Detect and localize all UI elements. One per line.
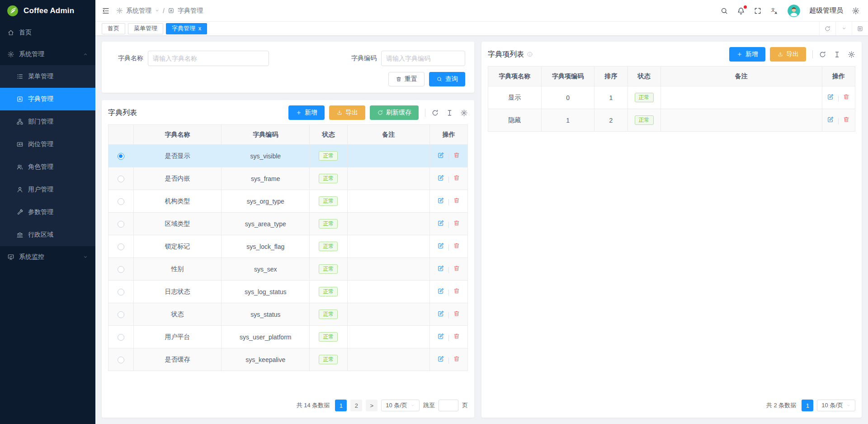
- page-size-select[interactable]: 10 条/页: [381, 400, 420, 411]
- delete-icon[interactable]: [453, 355, 460, 362]
- fullscreen-icon[interactable]: [754, 7, 762, 15]
- row-radio[interactable]: [118, 221, 124, 228]
- refresh-page-button[interactable]: [819, 22, 835, 35]
- dict-table-row[interactable]: 日志状态sys_log_status正常: [108, 281, 468, 303]
- row-radio[interactable]: [118, 198, 124, 205]
- reset-button[interactable]: 重置: [388, 72, 425, 86]
- sidebar-subitem[interactable]: 角色管理: [0, 156, 95, 178]
- notification-bell-icon[interactable]: [737, 7, 745, 15]
- item-table-row[interactable]: 隐藏12正常: [488, 109, 855, 132]
- breadcrumb-section[interactable]: 系统管理: [126, 7, 151, 15]
- dict-table-row[interactable]: 用户平台sys_user_platform正常: [108, 326, 468, 348]
- item-table-row[interactable]: 显示01正常: [488, 86, 855, 109]
- page-button[interactable]: 1: [335, 400, 347, 411]
- sidebar-item-monitor[interactable]: 系统监控: [0, 246, 95, 268]
- info-icon[interactable]: [527, 51, 533, 57]
- add-item-button[interactable]: 新增: [729, 47, 765, 62]
- export-item-button[interactable]: 导出: [770, 47, 806, 62]
- edit-icon[interactable]: [437, 174, 444, 181]
- sidebar-subitem[interactable]: 菜单管理: [0, 65, 95, 88]
- delete-icon[interactable]: [453, 265, 460, 272]
- edit-icon[interactable]: [437, 152, 444, 159]
- edit-icon[interactable]: [437, 310, 444, 317]
- edit-icon[interactable]: [827, 116, 834, 123]
- refresh-table-icon[interactable]: [431, 109, 439, 117]
- export-dict-button[interactable]: 导出: [329, 105, 365, 120]
- page-button[interactable]: 2: [350, 400, 362, 411]
- dict-table-row[interactable]: 是否缓存sys_keepalive正常: [108, 348, 468, 371]
- edit-icon[interactable]: [437, 242, 444, 249]
- add-dict-button[interactable]: 新增: [288, 105, 325, 120]
- delete-icon[interactable]: [453, 333, 460, 340]
- row-radio[interactable]: [118, 176, 124, 182]
- dict-table-row[interactable]: 机构类型sys_org_type正常: [108, 190, 468, 213]
- edit-icon[interactable]: [437, 197, 444, 204]
- row-density-icon[interactable]: [446, 109, 453, 117]
- dict-name-input[interactable]: [148, 51, 269, 66]
- dict-table-row[interactable]: 锁定标记sys_lock_flag正常: [108, 235, 468, 258]
- delete-icon[interactable]: [453, 242, 460, 249]
- sidebar-subitem[interactable]: 行政区域: [0, 224, 95, 246]
- column-settings-icon[interactable]: [460, 109, 468, 117]
- sidebar-subitem[interactable]: 参数管理: [0, 201, 95, 224]
- sidebar-item-system[interactable]: 系统管理: [0, 43, 95, 65]
- row-radio[interactable]: [118, 153, 124, 160]
- row-radio[interactable]: [118, 334, 124, 341]
- page-size-select[interactable]: 10 条/页: [817, 400, 855, 411]
- delete-icon[interactable]: [453, 152, 460, 159]
- delete-icon[interactable]: [843, 93, 850, 100]
- sidebar-subitem[interactable]: 部门管理: [0, 110, 95, 133]
- sidebar-item-home[interactable]: 首页: [0, 22, 95, 43]
- sidebar-collapse-icon[interactable]: [102, 7, 110, 15]
- avatar[interactable]: [787, 4, 801, 18]
- row-density-icon[interactable]: [833, 51, 841, 58]
- row-radio[interactable]: [118, 266, 124, 273]
- delete-icon[interactable]: [453, 310, 460, 317]
- tab-options-button[interactable]: [835, 22, 852, 35]
- delete-icon[interactable]: [453, 197, 460, 204]
- edit-icon[interactable]: [437, 355, 444, 362]
- edit-icon[interactable]: [827, 93, 834, 100]
- next-page-button[interactable]: >: [366, 400, 377, 411]
- column-settings-icon[interactable]: [848, 51, 855, 58]
- refresh-cache-button[interactable]: 刷新缓存: [370, 105, 419, 120]
- user-name[interactable]: 超级管理员: [809, 6, 843, 15]
- dict-table-row[interactable]: 是否显示sys_visible正常: [108, 145, 468, 167]
- row-radio[interactable]: [118, 243, 124, 250]
- sidebar-subitem[interactable]: 字典管理: [0, 88, 95, 110]
- dict-table-row[interactable]: 状态sys_status正常: [108, 303, 468, 326]
- jump-page-input[interactable]: [439, 400, 458, 411]
- edit-icon[interactable]: [437, 265, 444, 272]
- delete-icon[interactable]: [453, 174, 460, 181]
- delete-icon[interactable]: [453, 219, 460, 227]
- row-radio[interactable]: [118, 289, 124, 295]
- refresh-table-icon[interactable]: [819, 51, 826, 58]
- translate-icon[interactable]: 文A: [770, 7, 778, 15]
- tab-item[interactable]: 首页: [102, 23, 125, 34]
- edit-icon[interactable]: [437, 287, 444, 295]
- dict-actions-cell: [430, 213, 468, 235]
- settings-gear-icon[interactable]: [852, 7, 860, 15]
- app-logo[interactable]: Coffee Admin: [0, 0, 95, 22]
- tab-item[interactable]: 菜单管理: [128, 23, 163, 34]
- edit-icon[interactable]: [437, 219, 444, 227]
- sidebar-subitem[interactable]: 用户管理: [0, 178, 95, 201]
- dict-table-row[interactable]: 性别sys_sex正常: [108, 258, 468, 281]
- search-icon[interactable]: [720, 7, 728, 15]
- content-fullscreen-button[interactable]: [852, 22, 868, 35]
- topbar: 系统管理 / 字典管理 文A 超级管理员: [95, 0, 868, 22]
- status-badge: 正常: [319, 151, 338, 161]
- dict-code-input[interactable]: [381, 51, 465, 66]
- row-radio[interactable]: [118, 311, 124, 318]
- close-icon[interactable]: x: [198, 26, 201, 31]
- delete-icon[interactable]: [453, 287, 460, 295]
- dict-table-row[interactable]: 区域类型sys_area_type正常: [108, 213, 468, 235]
- row-radio[interactable]: [118, 357, 124, 363]
- dict-table-row[interactable]: 是否内嵌sys_frame正常: [108, 167, 468, 190]
- page-button[interactable]: 1: [802, 400, 813, 411]
- edit-icon[interactable]: [437, 333, 444, 340]
- query-button[interactable]: 查询: [429, 72, 465, 86]
- delete-icon[interactable]: [843, 116, 850, 123]
- tab-item[interactable]: 字典管理x: [166, 23, 207, 34]
- sidebar-subitem[interactable]: 岗位管理: [0, 133, 95, 156]
